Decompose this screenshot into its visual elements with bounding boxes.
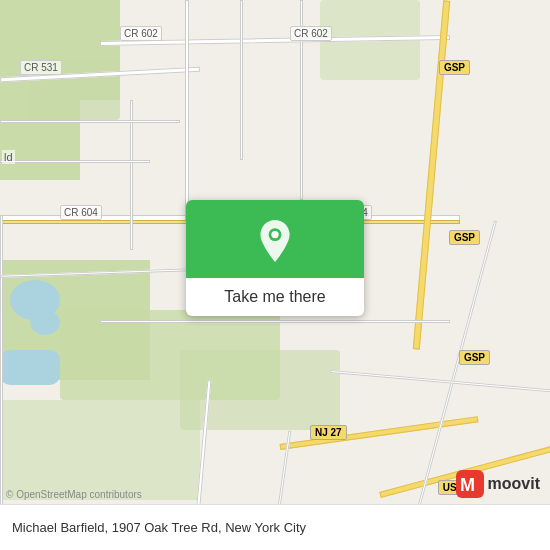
road-local-7 bbox=[0, 160, 150, 163]
water-3 bbox=[0, 350, 60, 385]
label-gsp3: GSP bbox=[459, 350, 490, 365]
water-2 bbox=[30, 310, 60, 335]
cta-button-label: Take me there bbox=[204, 278, 345, 316]
address-text: Michael Barfield, 1907 Oak Tree Rd, New … bbox=[12, 520, 538, 535]
label-gsp1: GSP bbox=[439, 60, 470, 75]
label-cr602a: CR 602 bbox=[120, 26, 162, 41]
road-local-2 bbox=[240, 0, 243, 160]
label-gsp2: GSP bbox=[449, 230, 480, 245]
label-cr604a: CR 604 bbox=[60, 205, 102, 220]
address-container: Michael Barfield, 1907 Oak Tree Rd, New … bbox=[12, 520, 538, 535]
moovit-logo: M moovit bbox=[456, 470, 540, 498]
svg-point-1 bbox=[271, 231, 278, 238]
moovit-text: moovit bbox=[488, 475, 540, 493]
road-local-4 bbox=[0, 215, 3, 545]
green-area-8 bbox=[0, 400, 200, 500]
location-pin-icon bbox=[257, 220, 293, 262]
cta-button-top bbox=[186, 200, 364, 278]
road-local-6 bbox=[0, 120, 180, 123]
road-local-10 bbox=[100, 320, 450, 323]
map-container[interactable]: CR 531 CR 602 CR 602 CR 604 CR 604 GSP G… bbox=[0, 0, 550, 550]
moovit-icon: M bbox=[456, 470, 484, 498]
label-cr602b: CR 602 bbox=[290, 26, 332, 41]
left-edge-label: ld bbox=[2, 150, 15, 164]
bottom-bar: Michael Barfield, 1907 Oak Tree Rd, New … bbox=[0, 504, 550, 550]
osm-attribution: © OpenStreetMap contributors bbox=[6, 489, 142, 500]
svg-text:M: M bbox=[460, 475, 475, 495]
cta-button[interactable]: Take me there bbox=[186, 200, 364, 316]
road-local-1 bbox=[185, 0, 189, 220]
label-nj27: NJ 27 bbox=[310, 425, 347, 440]
label-cr531: CR 531 bbox=[20, 60, 62, 75]
